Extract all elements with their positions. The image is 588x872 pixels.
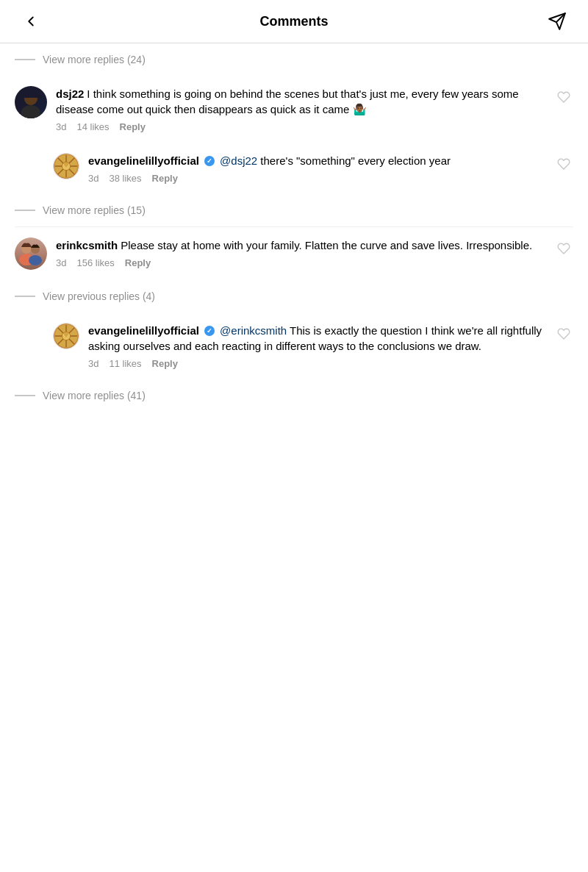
avatar-img-evangeline-2 xyxy=(54,323,79,349)
svg-point-16 xyxy=(29,255,42,265)
back-button[interactable] xyxy=(15,13,47,29)
reply-age-evangeline-2: 3d xyxy=(88,358,98,369)
comment-dsj22: LA dsj22I think something is going on be… xyxy=(0,76,588,143)
username-erinkcsmith[interactable]: erinkcsmith xyxy=(56,239,118,251)
avatar-dsj22[interactable]: LA xyxy=(15,86,47,118)
send-button[interactable] xyxy=(541,12,573,31)
hat-brim xyxy=(18,95,43,98)
reply-likes-evangeline-2[interactable]: 11 likes xyxy=(109,358,141,369)
comment-meta-evangeline-2: 3d 11 likes Reply xyxy=(88,358,545,369)
view-more-replies-label-3: View more replies (41) xyxy=(43,390,146,401)
comment-body-erinkcsmith: Please stay at home with your family. Fl… xyxy=(121,239,532,251)
avatar-evangeline-inner-2 xyxy=(54,324,79,349)
comment-content-erinkcsmith: erinkcsmithPlease stay at home with your… xyxy=(56,237,545,268)
username-dsj22[interactable]: dsj22 xyxy=(56,87,84,100)
reply-evangeline-1: evangelinelillyofficial✓ @dsj22 there's … xyxy=(0,143,588,194)
reply-button-evangeline-1[interactable]: Reply xyxy=(152,173,178,184)
view-more-replies-15[interactable]: View more replies (15) xyxy=(0,194,588,226)
comment-content-evangeline-2: evangelinelillyofficial✓ @erinkcsmith Th… xyxy=(88,323,545,369)
comment-likes-dsj22[interactable]: 14 likes xyxy=(76,121,109,132)
comment-likes-erinkcsmith[interactable]: 156 likes xyxy=(76,257,114,268)
reply-button-erinkcsmith[interactable]: Reply xyxy=(125,257,151,268)
avatar-img-evangeline-1 xyxy=(54,153,79,179)
svg-point-3 xyxy=(21,106,40,118)
comment-meta-erinkcsmith: 3d 156 likes Reply xyxy=(56,257,545,268)
like-icon-erinkcsmith[interactable] xyxy=(554,239,573,258)
avatar-evangeline-1[interactable] xyxy=(53,153,79,179)
line-divider xyxy=(15,59,35,60)
comment-age-dsj22: 3d xyxy=(56,121,66,132)
reply-button-evangeline-2[interactable]: Reply xyxy=(152,358,178,369)
avatar-erink-inner xyxy=(15,237,47,270)
comment-text-evangeline-2: evangelinelillyofficial✓ @erinkcsmith Th… xyxy=(88,323,545,354)
avatar-img-erinkcsmith xyxy=(15,237,47,270)
like-icon-evangeline-1[interactable] xyxy=(554,154,573,174)
view-more-replies-label-2: View more replies (15) xyxy=(43,204,146,216)
view-more-replies-24[interactable]: View more replies (24) xyxy=(0,43,588,76)
comment-text-evangeline-1: evangelinelillyofficial✓ @dsj22 there's … xyxy=(88,153,545,168)
line-divider-2 xyxy=(15,210,35,211)
page-title: Comments xyxy=(47,14,541,29)
comment-meta-dsj22: 3d 14 likes Reply xyxy=(56,121,545,132)
comment-text-erinkcsmith: erinkcsmithPlease stay at home with your… xyxy=(56,237,545,253)
comment-erinkcsmith: erinkcsmithPlease stay at home with your… xyxy=(0,227,588,280)
line-divider-3 xyxy=(15,296,35,297)
comment-text-dsj22: dsj22I think something is going on behin… xyxy=(56,86,545,117)
like-icon-dsj22[interactable] xyxy=(554,87,573,107)
view-more-replies-41[interactable]: View more replies (41) xyxy=(0,379,588,412)
avatar-evangeline-inner-1 xyxy=(54,154,79,179)
username-evangeline-1[interactable]: evangelinelillyofficial xyxy=(88,154,199,167)
mention-1: @dsj22 xyxy=(220,154,257,167)
comments-list: View more replies (24) LA dsj22I think s… xyxy=(0,43,588,412)
comment-age-erinkcsmith: 3d xyxy=(56,257,66,268)
avatar-erinkcsmith[interactable] xyxy=(15,237,47,270)
comment-meta-evangeline-1: 3d 38 likes Reply xyxy=(88,173,545,184)
view-previous-replies-4[interactable]: View previous replies (4) xyxy=(0,280,588,312)
mention-2: @erinkcsmith xyxy=(220,324,287,337)
reply-button-dsj22[interactable]: Reply xyxy=(120,121,146,132)
avatar-evangeline-2[interactable] xyxy=(53,323,79,349)
comment-body-dsj22: I think something is going on behind the… xyxy=(56,87,519,115)
like-icon-evangeline-2[interactable] xyxy=(554,324,573,343)
view-previous-replies-label: View previous replies (4) xyxy=(43,290,155,302)
reply-age-evangeline-1: 3d xyxy=(88,173,98,184)
reply-evangeline-2: evangelinelillyofficial✓ @erinkcsmith Th… xyxy=(0,312,588,379)
comment-content-dsj22: dsj22I think something is going on behin… xyxy=(56,86,545,132)
verified-badge-1: ✓ xyxy=(204,156,215,166)
line-divider-4 xyxy=(15,395,35,396)
header: Comments xyxy=(0,0,588,43)
view-more-replies-label: View more replies (24) xyxy=(43,54,146,65)
comment-content-evangeline-1: evangelinelillyofficial✓ @dsj22 there's … xyxy=(88,153,545,184)
reply-likes-evangeline-1[interactable]: 38 likes xyxy=(109,173,141,184)
username-evangeline-2[interactable]: evangelinelillyofficial xyxy=(88,324,199,337)
verified-badge-2: ✓ xyxy=(204,326,215,336)
